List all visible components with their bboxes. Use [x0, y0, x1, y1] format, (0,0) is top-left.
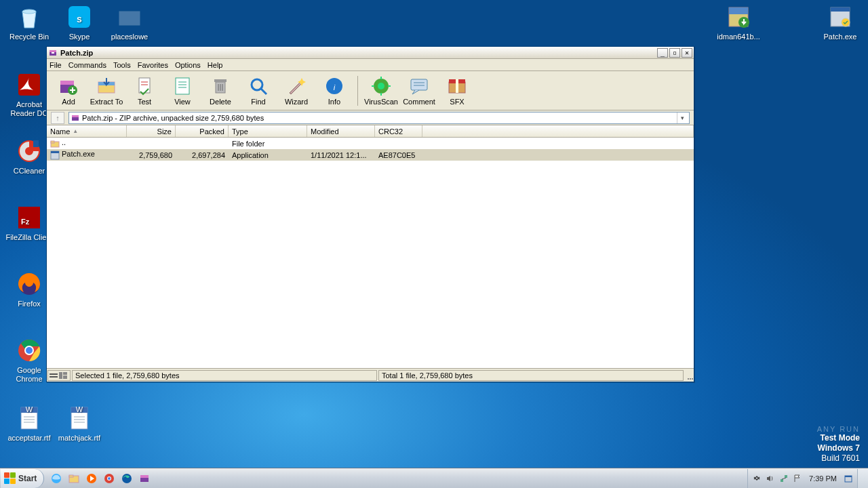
desktop-icon-installer[interactable]: idman641b... — [715, 3, 762, 41]
quick-ie-icon[interactable] — [50, 472, 63, 485]
svg-rect-88 — [781, 479, 783, 482]
desktop-icon-doc[interactable]: Wmatchjack.rtf — [56, 404, 103, 443]
col-spacer — [422, 125, 694, 137]
svg-rect-26 — [729, 7, 748, 14]
quick-chrome-icon[interactable] — [102, 472, 116, 485]
desktop-icon-doc[interactable]: Wacceptstar.rtf — [5, 404, 53, 443]
chrome-icon — [15, 336, 43, 365]
quick-wmp-icon[interactable] — [85, 472, 98, 485]
svg-text:Fz: Fz — [21, 218, 30, 226]
svg-rect-4 — [18, 74, 40, 96]
archive-icon — [71, 113, 80, 123]
menu-favorites[interactable]: Favorites — [138, 61, 168, 69]
svg-rect-39 — [139, 78, 150, 93]
col-packed[interactable]: Packed — [176, 125, 229, 137]
svg-rect-35 — [60, 81, 74, 85]
maximize-button[interactable]: ▫ — [669, 48, 680, 58]
windows-logo-icon — [3, 472, 16, 485]
up-button[interactable]: ↑ — [51, 112, 64, 124]
svg-rect-70 — [51, 141, 54, 143]
toolbar-find-button[interactable]: Find — [241, 73, 276, 109]
filezilla-icon: Fz — [15, 203, 43, 232]
svg-point-12 — [26, 347, 33, 354]
svg-rect-29 — [831, 7, 850, 12]
titlebar[interactable]: Patch.zip _ ▫ ✕ — [47, 47, 694, 59]
address-dropdown[interactable]: ▾ — [677, 113, 688, 123]
resize-grip[interactable] — [684, 370, 694, 381]
wm-line2: Windows 7 — [817, 443, 860, 453]
system-tray: 7:39 PM — [747, 469, 857, 488]
svg-rect-33 — [52, 52, 54, 54]
file-row[interactable]: ..File folder — [47, 138, 694, 149]
tray-date-icon[interactable] — [844, 474, 853, 483]
svg-rect-77 — [63, 375, 67, 379]
svg-rect-89 — [785, 475, 787, 478]
status-selected: Selected 1 file, 2,759,680 bytes — [72, 370, 377, 381]
toolbar-virus-button[interactable]: VirusScan — [363, 73, 399, 109]
file-row[interactable]: Patch.exe2,759,6802,697,284Application1/… — [47, 149, 694, 161]
watermark: ANY RUN Test Mode Windows 7 Build 7601 — [817, 425, 860, 464]
taskbar: Start 7:39 PM — [0, 468, 868, 488]
col-name[interactable]: Name — [47, 125, 127, 137]
toolbar-add-button[interactable]: Add — [51, 73, 86, 109]
clock[interactable]: 7:39 PM — [809, 474, 837, 483]
minimize-button[interactable]: _ — [657, 48, 668, 58]
menu-commands[interactable]: Commands — [68, 61, 106, 69]
quick-explorer-icon[interactable] — [67, 472, 81, 485]
menubar: FileCommandsToolsFavoritesOptionsHelp — [47, 59, 694, 71]
toolbar-test-button[interactable]: Test — [127, 73, 162, 109]
action-flag-icon[interactable] — [793, 474, 802, 483]
address-text: Patch.zip - ZIP archive, unpacked size 2… — [82, 114, 677, 122]
desktop-icon-skype[interactable]: SSkype — [56, 3, 103, 41]
toolbar-view-button[interactable]: View — [165, 73, 200, 109]
col-type[interactable]: Type — [229, 125, 307, 137]
toolbar-wizard-button[interactable]: Wizard — [279, 73, 314, 109]
col-modified[interactable]: Modified — [307, 125, 375, 137]
svg-point-0 — [22, 9, 36, 14]
ccleaner-icon — [15, 137, 43, 165]
desktop: Recycle BinSSkypeplacesloweAcrobat Reade… — [0, 0, 868, 488]
svg-line-52 — [261, 89, 267, 94]
menu-file[interactable]: File — [50, 61, 62, 69]
winrar-window: Patch.zip _ ▫ ✕ FileCommandsToolsFavorit… — [46, 46, 694, 382]
wizard-icon — [285, 75, 307, 97]
desktop-icon-recycle[interactable]: Recycle Bin — [5, 3, 53, 41]
svg-rect-66 — [456, 79, 458, 93]
menu-help[interactable]: Help — [208, 61, 223, 69]
speaker-icon[interactable] — [766, 474, 775, 483]
svg-rect-3 — [119, 12, 140, 25]
file-list[interactable]: ..File folderPatch.exe2,759,6802,697,284… — [47, 138, 694, 368]
network-icon[interactable] — [779, 474, 789, 483]
exe-icon — [826, 3, 854, 31]
start-button[interactable]: Start — [1, 469, 44, 488]
toolbar-separator — [357, 76, 358, 106]
col-crc32[interactable]: CRC32 — [375, 125, 422, 137]
delete-icon — [210, 75, 231, 97]
desktop-icon-exe[interactable]: Patch.exe — [816, 3, 864, 41]
desktop-icon-folder-ghost[interactable]: placeslowe — [106, 3, 153, 41]
svg-rect-76 — [63, 372, 67, 375]
status-total: Total 1 file, 2,759,680 bytes — [378, 370, 684, 381]
col-size[interactable]: Size — [127, 125, 176, 137]
menu-options[interactable]: Options — [175, 61, 201, 69]
toolbar-comment-button[interactable]: Comment — [401, 73, 437, 109]
show-desktop[interactable] — [857, 469, 868, 488]
svg-rect-47 — [214, 79, 226, 82]
toolbar-delete-button[interactable]: Delete — [203, 73, 238, 109]
status-view-toggle[interactable] — [47, 370, 71, 381]
menu-tools[interactable]: Tools — [113, 61, 131, 69]
quick-edge-icon[interactable] — [120, 472, 134, 485]
close-button[interactable]: ✕ — [682, 48, 692, 58]
svg-text:S: S — [77, 16, 81, 24]
svg-point-84 — [108, 477, 111, 480]
acrobat-icon — [15, 70, 43, 99]
address-field[interactable]: Patch.zip - ZIP archive, unpacked size 2… — [68, 112, 690, 124]
info-icon: i — [323, 75, 345, 97]
toolbar-info-button[interactable]: iInfo — [317, 73, 352, 109]
quick-winrar-icon[interactable] — [138, 472, 151, 485]
tray-expand-icon[interactable] — [752, 474, 762, 483]
toolbar-extract-button[interactable]: Extract To — [89, 73, 124, 109]
svg-text:W: W — [26, 405, 33, 413]
svg-rect-75 — [59, 372, 62, 379]
toolbar-sfx-button[interactable]: SFX — [439, 73, 475, 109]
